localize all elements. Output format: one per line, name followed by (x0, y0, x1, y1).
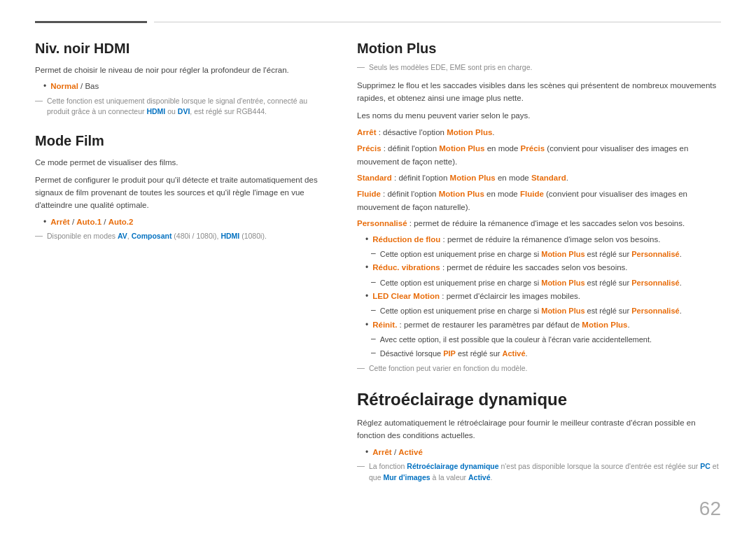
bullet-dot5: • (365, 291, 368, 301)
motion-plus-sub2-text: Cette option est uniquement prise en cha… (380, 277, 682, 289)
sub-dash4a: – (371, 334, 376, 344)
page-container: Niv. noir HDMI Permet de choisir le nive… (0, 0, 756, 534)
dash-icon3: — (357, 62, 365, 71)
retroeclairage-note1: — La fonction Rétroéclairage dynamique n… (357, 461, 721, 484)
normal-bold: Normal (50, 82, 78, 90)
mode-film-bullet1: • Arrêt / Auto.1 / Auto.2 (35, 216, 329, 228)
niv-noir-bullet1-text: Normal / Bas (50, 80, 99, 92)
motion-plus-body1: Supprimez le flou et les saccades visibl… (357, 79, 721, 105)
bullet-dot: • (43, 81, 46, 91)
dash-icon2: — (35, 231, 43, 239)
sub-dash2: – (371, 277, 376, 287)
motion-plus-arret-line: Arrêt : désactive l'option Motion Plus. (357, 126, 721, 139)
niv-noir-body1: Permet de choisir le niveau de noir pour… (35, 64, 329, 76)
mode-film-note1-text: Disponible en modes AV, Composant (480i … (47, 231, 267, 242)
mode-film-note1: — Disponible en modes AV, Composant (480… (35, 231, 329, 242)
niv-noir-bullet1-rest: / Bas (78, 82, 99, 90)
section-niv-noir-hdmi: Niv. noir HDMI Permet de choisir le nive… (35, 41, 329, 118)
niv-noir-note1: — Cette fonction est uniquement disponib… (35, 96, 329, 118)
motion-plus-note-top-text: Seuls les modèles EDE, EME sont pris en … (369, 62, 532, 73)
columns: Niv. noir HDMI Permet de choisir le nive… (35, 41, 721, 498)
motion-plus-note-top: — Seuls les modèles EDE, EME sont pris e… (357, 62, 721, 73)
divider-left (35, 21, 147, 23)
motion-plus-bullet2: • Réduc. vibrations : permet de réduire … (357, 262, 721, 274)
dash-icon: — (35, 96, 43, 104)
retroeclairage-body1: Réglez automatiquement le rétroéclairage… (357, 416, 721, 442)
motion-plus-sub3: – Cette option est uniquement prise en c… (357, 305, 721, 317)
top-dividers (35, 21, 721, 23)
left-column: Niv. noir HDMI Permet de choisir le nive… (35, 41, 329, 498)
motion-plus-bullet1: • Réduction de flou : permet de réduire … (357, 234, 721, 246)
divider-right (154, 22, 721, 22)
mode-film-body1: Ce mode permet de visualiser des films. (35, 156, 329, 169)
motion-plus-note-bottom: — Cette fonction peut varier en fonction… (357, 363, 721, 374)
bullet-dot6: • (365, 320, 368, 330)
niv-noir-note1-text: Cette fonction est uniquement disponible… (47, 96, 329, 118)
motion-plus-sub4a-text: Avec cette option, il est possible que l… (380, 334, 652, 346)
motion-plus-sub1: – Cette option est uniquement prise en c… (357, 248, 721, 260)
retroeclairage-title: Rétroéclairage dynamique (357, 390, 721, 409)
mode-film-body2: Permet de configurer le produit pour qu'… (35, 174, 329, 212)
motion-plus-title: Motion Plus (357, 41, 721, 57)
section-mode-film: Mode Film Ce mode permet de visualiser d… (35, 133, 329, 242)
retroeclairage-bullet1: • Arrêt / Activé (357, 447, 721, 458)
motion-plus-bullet1-text: Réduction de flou : permet de réduire la… (372, 234, 660, 246)
motion-plus-sub4a: – Avec cette option, il est possible que… (357, 334, 721, 346)
dash-icon5: — (357, 461, 365, 470)
sub-dash4b: – (371, 348, 376, 358)
motion-plus-bullet4: • Réinit. : permet de restaurer les para… (357, 319, 721, 331)
right-column: Motion Plus — Seuls les modèles EDE, EME… (357, 41, 721, 498)
motion-plus-precis-line: Précis : définit l'option Motion Plus en… (357, 142, 721, 168)
motion-plus-sub1-text: Cette option est uniquement prise en cha… (380, 248, 682, 260)
motion-plus-bullet2-text: Réduc. vibrations : permet de réduire le… (372, 262, 627, 274)
bullet-dot4: • (365, 262, 368, 272)
mode-film-title: Mode Film (35, 133, 329, 149)
motion-plus-fluide-line: Fluide : définit l'option Motion Plus en… (357, 188, 721, 213)
motion-plus-note-bottom-text: Cette fonction peut varier en fonction d… (369, 363, 527, 374)
motion-plus-standard-line: Standard : définit l'option Motion Plus … (357, 171, 721, 184)
motion-plus-bullet3-text: LED Clear Motion : permet d'éclaircir le… (372, 290, 580, 302)
bullet-dot3: • (365, 234, 368, 244)
sub-dash1: – (371, 248, 376, 258)
mode-film-bullet1-text: Arrêt / Auto.1 / Auto.2 (50, 216, 133, 228)
motion-plus-sub4b-text: Désactivé lorsque PIP est réglé sur Acti… (380, 348, 528, 360)
motion-plus-bullet4-text: Réinit. : permet de restaurer les paramè… (372, 319, 630, 331)
niv-noir-title: Niv. noir HDMI (35, 41, 329, 57)
dash-icon4: — (357, 363, 365, 372)
niv-noir-bullet1: • Normal / Bas (35, 80, 329, 92)
motion-plus-perso-line: Personnalisé : permet de réduire la réma… (357, 217, 721, 230)
bullet-dot7: • (365, 447, 368, 457)
section-motion-plus: Motion Plus — Seuls les modèles EDE, EME… (357, 41, 721, 374)
motion-plus-sub4b: – Désactivé lorsque PIP est réglé sur Ac… (357, 348, 721, 360)
motion-plus-body2: Les noms du menu peuvent varier selon le… (357, 109, 721, 122)
motion-plus-bullet3: • LED Clear Motion : permet d'éclaircir … (357, 290, 721, 302)
bullet-dot2: • (43, 217, 46, 227)
retroeclairage-note1-text: La fonction Rétroéclairage dynamique n'e… (369, 461, 721, 484)
motion-plus-sub2: – Cette option est uniquement prise en c… (357, 277, 721, 289)
sub-dash3: – (371, 305, 376, 315)
retroeclairage-bullet1-text: Arrêt / Activé (372, 447, 423, 458)
section-retroeclairage: Rétroéclairage dynamique Réglez automati… (357, 390, 721, 484)
motion-plus-sub3-text: Cette option est uniquement prise en cha… (380, 305, 682, 317)
page-number: 62 (699, 498, 721, 520)
